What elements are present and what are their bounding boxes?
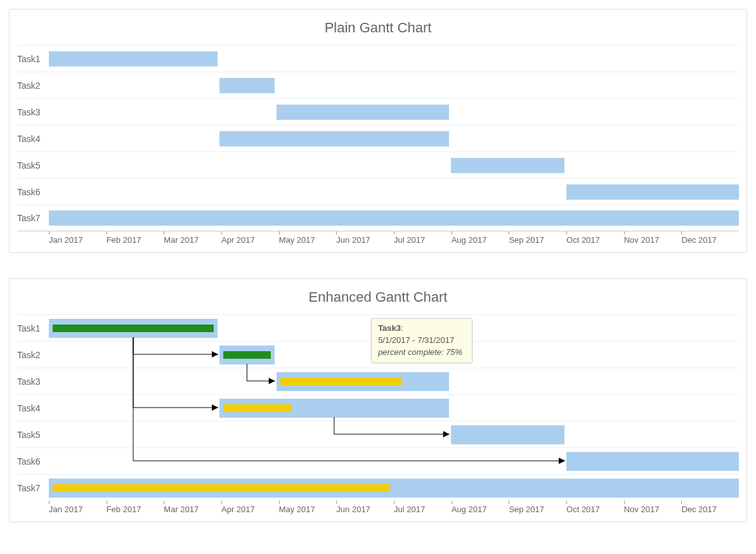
gantt-bar[interactable] — [451, 158, 564, 173]
x-axis-enhanced: Jan 2017Feb 2017Mar 2017Apr 2017May 2017… — [49, 502, 739, 514]
row-label: Task3 — [17, 377, 49, 387]
row-label: Task7 — [17, 213, 49, 223]
gantt-bar[interactable] — [277, 105, 449, 120]
x-tick: Jun 2017 — [336, 233, 394, 245]
row-label: Task3 — [17, 107, 49, 117]
row-label: Task5 — [17, 430, 49, 440]
x-tick: Feb 2017 — [107, 233, 164, 245]
row-track — [49, 126, 739, 151]
gantt-row: Task6 — [17, 178, 739, 205]
gantt-row: Task4 — [17, 125, 739, 151]
row-label: Task2 — [17, 350, 49, 360]
x-tick: Oct 2017 — [566, 233, 624, 245]
row-label: Task6 — [17, 456, 49, 467]
gantt-row: Task2 — [17, 72, 739, 98]
x-tick: May 2017 — [279, 502, 337, 514]
x-tick: Aug 2017 — [452, 502, 509, 514]
row-label: Task4 — [17, 403, 49, 413]
progress-bar — [280, 378, 402, 385]
gantt-bar[interactable] — [566, 452, 739, 471]
progress-bar — [223, 404, 291, 412]
x-tick: Jun 2017 — [336, 502, 394, 514]
tooltip: Task3:5/1/2017 - 7/31/2017percent comple… — [371, 318, 472, 363]
chart-title-plain: Plain Gantt Chart — [17, 20, 739, 36]
gantt-row: Task1 — [17, 45, 739, 72]
gantt-row: Task7 — [17, 205, 739, 231]
plain-gantt-panel: Plain Gantt Chart Task1Task2Task3Task4Ta… — [9, 9, 747, 253]
progress-bar — [53, 484, 390, 492]
row-label: Task6 — [17, 187, 49, 197]
x-tick: Jan 2017 — [49, 233, 107, 245]
gantt-bar[interactable] — [219, 78, 275, 93]
row-label: Task1 — [17, 323, 49, 333]
row-track — [49, 179, 739, 205]
x-tick: Jul 2017 — [394, 502, 452, 514]
x-tick: Mar 2017 — [164, 233, 221, 245]
row-track — [49, 395, 739, 421]
gantt-bar[interactable] — [49, 210, 739, 226]
x-tick: Aug 2017 — [452, 233, 509, 245]
chart-title-enhanced: Enhanced Gantt Chart — [17, 289, 739, 306]
gantt-bar[interactable] — [219, 131, 449, 146]
x-tick: Nov 2017 — [624, 233, 682, 245]
gantt-row: Task4 — [17, 394, 739, 421]
x-tick: Dec 2017 — [681, 233, 739, 245]
row-track — [49, 422, 739, 448]
x-tick: Dec 2017 — [681, 502, 739, 514]
gantt-row: Task7 — [17, 474, 739, 501]
gantt-bar[interactable] — [566, 184, 739, 200]
tooltip-percent: percent complete: 75% — [378, 347, 466, 359]
row-label: Task4 — [17, 134, 49, 144]
gantt-row: Task6 — [17, 448, 739, 474]
row-track — [49, 205, 739, 231]
gantt-row: Task3 — [17, 368, 739, 394]
row-track — [49, 152, 739, 178]
tooltip-title: Task3 — [378, 323, 401, 333]
row-label: Task7 — [17, 483, 49, 493]
progress-bar — [223, 351, 271, 359]
x-tick: Nov 2017 — [624, 502, 682, 514]
row-track — [49, 72, 739, 98]
row-track — [49, 99, 739, 125]
gantt-row: Task3 — [17, 98, 739, 125]
x-tick: Oct 2017 — [566, 502, 624, 514]
x-tick: Jan 2017 — [49, 502, 107, 514]
row-label: Task5 — [17, 160, 49, 171]
x-tick: Apr 2017 — [221, 233, 279, 245]
gantt-row: Task5 — [17, 421, 739, 448]
x-tick: Mar 2017 — [164, 502, 221, 514]
enhanced-gantt: Task1Task2Task3Task4Task5Task6Task7Task3… — [17, 314, 739, 501]
enhanced-gantt-panel: Enhanced Gantt Chart Task1Task2Task3Task… — [9, 278, 747, 522]
row-track — [49, 475, 739, 501]
row-track — [49, 448, 739, 474]
progress-bar — [53, 325, 214, 332]
x-tick: Feb 2017 — [107, 502, 164, 514]
tooltip-range: 5/1/2017 - 7/31/2017 — [378, 335, 466, 347]
row-label: Task1 — [17, 54, 49, 64]
x-tick: Sep 2017 — [509, 233, 566, 245]
x-tick: Jul 2017 — [394, 233, 452, 245]
x-tick: Apr 2017 — [221, 502, 279, 514]
gantt-bar[interactable] — [451, 425, 564, 444]
x-tick: May 2017 — [279, 233, 337, 245]
row-track — [49, 368, 739, 394]
x-axis-plain: Jan 2017Feb 2017Mar 2017Apr 2017May 2017… — [49, 233, 739, 245]
x-tick: Sep 2017 — [509, 502, 566, 514]
row-label: Task2 — [17, 81, 49, 91]
plain-gantt: Task1Task2Task3Task4Task5Task6Task7 — [17, 45, 739, 231]
row-track — [49, 46, 739, 72]
gantt-row: Task5 — [17, 151, 739, 178]
gantt-bar[interactable] — [49, 51, 218, 67]
